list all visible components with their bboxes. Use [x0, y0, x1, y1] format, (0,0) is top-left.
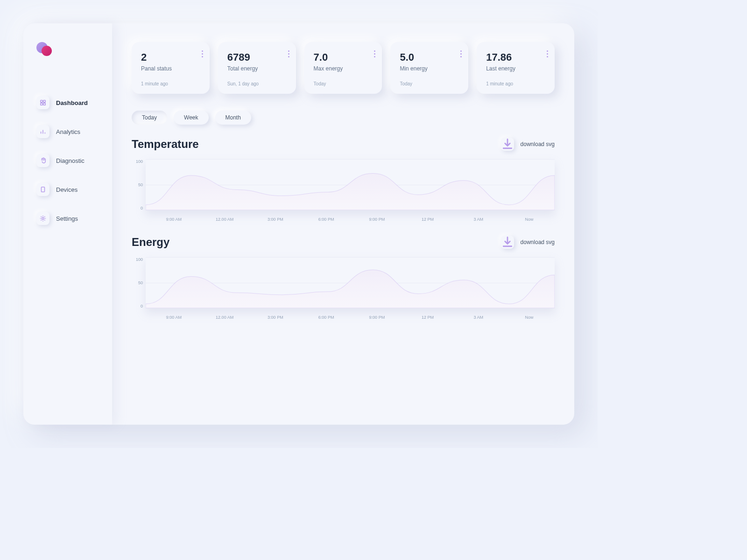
- sidebar-item-label: Dashboard: [56, 99, 88, 106]
- x-tick: 6:00 PM: [301, 315, 352, 320]
- svg-point-9: [42, 217, 44, 219]
- sidebar: Dashboard Analytics Diagnostic Devices S…: [23, 23, 112, 425]
- y-axis: 100500: [132, 257, 143, 308]
- bars-icon: [36, 125, 49, 138]
- x-tick: 3:00 PM: [250, 315, 301, 320]
- card-timestamp: Today: [400, 81, 459, 86]
- sidebar-item-label: Settings: [56, 215, 78, 222]
- x-tick: 12 PM: [402, 315, 453, 320]
- card-menu-icon[interactable]: [547, 50, 548, 59]
- sidebar-item-dashboard[interactable]: Dashboard: [34, 91, 104, 114]
- filter-month[interactable]: Month: [215, 111, 251, 125]
- gear-icon: [36, 212, 49, 225]
- download-icon: [501, 236, 514, 249]
- x-tick: 12.00 AM: [199, 217, 250, 222]
- x-tick: 3 AM: [453, 315, 504, 320]
- x-tick: 9:00 AM: [148, 315, 199, 320]
- x-tick: 6:00 PM: [301, 217, 352, 222]
- x-tick: 12 PM: [402, 217, 453, 222]
- x-tick: 3 AM: [453, 217, 504, 222]
- download-svg-button[interactable]: download svg: [501, 138, 555, 151]
- download-svg-button[interactable]: download svg: [501, 236, 555, 249]
- card-menu-icon[interactable]: [460, 50, 462, 59]
- card-value: 7.0: [314, 51, 373, 63]
- y-tick: 0: [132, 206, 143, 210]
- x-tick: 9:00 PM: [352, 315, 402, 320]
- sidebar-item-label: Devices: [56, 186, 78, 193]
- card-label: Max energy: [314, 65, 373, 72]
- x-axis: 9:00 AM12.00 AM3:00 PM6:00 PM9:00 PM12 P…: [146, 315, 555, 320]
- x-tick: 9:00 AM: [148, 217, 199, 222]
- card-timestamp: 1 minute ago: [141, 81, 200, 86]
- y-tick: 0: [132, 304, 143, 308]
- app-window: Dashboard Analytics Diagnostic Devices S…: [23, 23, 574, 425]
- card-timestamp: Sun, 1 day ago: [227, 81, 287, 86]
- sidebar-item-analytics[interactable]: Analytics: [34, 120, 104, 143]
- logo: [36, 42, 53, 59]
- card-value: 5.0: [400, 51, 459, 63]
- stat-card: 7.0 Max energy Today: [304, 42, 382, 94]
- x-tick: 9:00 PM: [352, 217, 402, 222]
- svg-rect-2: [41, 103, 42, 105]
- chart-plot: [146, 257, 555, 308]
- card-label: Min energy: [400, 65, 459, 72]
- sidebar-item-devices[interactable]: Devices: [34, 178, 104, 201]
- y-axis: 100500: [132, 159, 143, 210]
- x-tick: 3:00 PM: [250, 217, 301, 222]
- svg-rect-0: [41, 100, 42, 102]
- y-tick: 50: [132, 182, 143, 187]
- chart-plot: [146, 159, 555, 210]
- card-label: Total energy: [227, 65, 287, 72]
- svg-rect-3: [43, 103, 45, 105]
- x-tick: 12.00 AM: [199, 315, 250, 320]
- card-value: 2: [141, 51, 200, 63]
- y-tick: 50: [132, 280, 143, 285]
- main-content: 2 Panal status 1 minute ago 6789 Total e…: [112, 23, 574, 425]
- y-tick: 100: [132, 257, 143, 262]
- chart-title: Energy: [132, 236, 169, 249]
- stat-cards-row: 2 Panal status 1 minute ago 6789 Total e…: [132, 42, 555, 94]
- card-value: 6789: [227, 51, 287, 63]
- card-label: Last energy: [486, 65, 545, 72]
- sidebar-item-label: Diagnostic: [56, 157, 85, 164]
- x-tick: Now: [504, 315, 555, 320]
- svg-rect-1: [43, 100, 45, 102]
- time-filters: TodayWeekMonth: [132, 111, 555, 125]
- card-menu-icon[interactable]: [288, 50, 289, 59]
- stat-card: 5.0 Min energy Today: [390, 42, 468, 94]
- stat-card: 6789 Total energy Sun, 1 day ago: [218, 42, 296, 94]
- filter-today[interactable]: Today: [132, 111, 167, 125]
- card-label: Panal status: [141, 65, 200, 72]
- grid-icon: [36, 96, 49, 109]
- chart-title: Temperature: [132, 138, 199, 151]
- chart-energy: Energy download svg 100500: [132, 236, 555, 320]
- device-icon: [36, 183, 49, 196]
- hand-icon: [36, 154, 49, 167]
- chart-temperature: Temperature download svg 100500: [132, 138, 555, 222]
- filter-week[interactable]: Week: [174, 111, 208, 125]
- card-menu-icon[interactable]: [202, 50, 203, 59]
- sidebar-item-label: Analytics: [56, 128, 80, 135]
- stat-card: 17.86 Last energy 1 minute ago: [477, 42, 555, 94]
- stat-card: 2 Panal status 1 minute ago: [132, 42, 210, 94]
- sidebar-item-diagnostic[interactable]: Diagnostic: [34, 149, 104, 172]
- card-menu-icon[interactable]: [374, 50, 375, 59]
- svg-rect-7: [42, 187, 45, 192]
- download-label: download svg: [521, 239, 555, 245]
- download-icon: [501, 138, 514, 151]
- sidebar-item-settings[interactable]: Settings: [34, 207, 104, 230]
- x-tick: Now: [504, 217, 555, 222]
- card-value: 17.86: [486, 51, 545, 63]
- x-axis: 9:00 AM12.00 AM3:00 PM6:00 PM9:00 PM12 P…: [146, 217, 555, 222]
- y-tick: 100: [132, 159, 143, 164]
- card-timestamp: Today: [314, 81, 373, 86]
- download-label: download svg: [521, 141, 555, 147]
- card-timestamp: 1 minute ago: [486, 81, 545, 86]
